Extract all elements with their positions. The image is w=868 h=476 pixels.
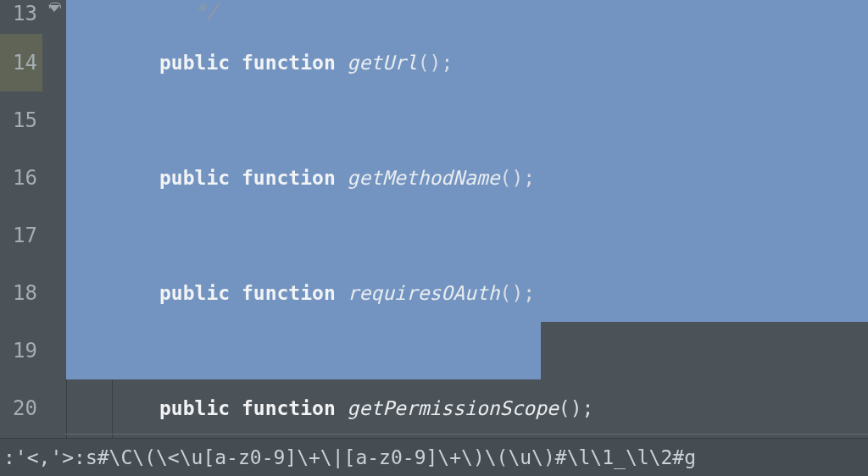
- code-line[interactable]: [66, 207, 868, 264]
- command-line[interactable]: :'<,'>:s#\C\(\<\u[a-z0-9]\+\|[a-z0-9]\+\…: [0, 438, 868, 476]
- line-number: 18: [0, 264, 42, 322]
- paren: (: [500, 167, 512, 189]
- keyword: public: [159, 52, 230, 74]
- line-number: 17: [0, 207, 42, 264]
- code-line[interactable]: public function getPermissionScope();: [66, 379, 868, 437]
- paren: ): [511, 167, 523, 189]
- code-line[interactable]: public function requiresOAuth();: [66, 264, 868, 322]
- paren: ): [511, 282, 523, 304]
- selection-highlight: [66, 91, 868, 149]
- line-number: 15: [0, 91, 42, 149]
- code-line[interactable]: public function getMethodName();: [66, 149, 868, 207]
- keyword: function: [242, 167, 336, 189]
- selection-highlight: [66, 207, 868, 264]
- semicolon: ;: [523, 282, 535, 304]
- code-area[interactable]: */ public function getUrl(); public func…: [66, 0, 868, 438]
- line-number: 16: [0, 149, 42, 207]
- fold-marker-icon[interactable]: [48, 5, 60, 12]
- fold-column: [42, 0, 66, 438]
- function-name: getPermissionScope: [348, 397, 559, 419]
- paren: ): [570, 397, 582, 419]
- function-name: getUrl: [348, 52, 418, 74]
- keyword: function: [242, 52, 336, 74]
- code-editor[interactable]: 13 14 15 16 17 18 19 20 */ public functi…: [0, 0, 868, 438]
- paren: (: [500, 282, 512, 304]
- command-text: :'<,'>:s#\C\(\<\u[a-z0-9]\+\|[a-z0-9]\+\…: [3, 446, 696, 468]
- code-line[interactable]: [66, 91, 868, 149]
- comment-text: */: [195, 0, 219, 22]
- paren: (: [559, 397, 570, 419]
- semicolon: ;: [582, 397, 594, 419]
- semicolon: ;: [441, 52, 453, 74]
- keyword: public: [159, 167, 230, 189]
- line-number: 19: [0, 322, 42, 379]
- semicolon: ;: [523, 167, 535, 189]
- keyword: public: [159, 397, 230, 419]
- line-number: 13: [0, 0, 42, 34]
- paren: ): [430, 52, 442, 74]
- paren: (: [418, 52, 430, 74]
- code-line[interactable]: */: [66, 0, 868, 34]
- line-number-gutter: 13 14 15 16 17 18 19 20: [0, 0, 42, 438]
- code-line[interactable]: public function getUrl();: [66, 34, 868, 91]
- function-name: getMethodName: [348, 167, 500, 189]
- function-name: requiresOAuth: [348, 282, 500, 304]
- line-number: 20: [0, 379, 42, 437]
- selection-highlight: [66, 322, 541, 379]
- code-line[interactable]: [66, 322, 868, 379]
- keyword: function: [242, 282, 336, 304]
- keyword: public: [159, 282, 230, 304]
- keyword: function: [242, 397, 336, 419]
- line-number: 14: [0, 34, 42, 91]
